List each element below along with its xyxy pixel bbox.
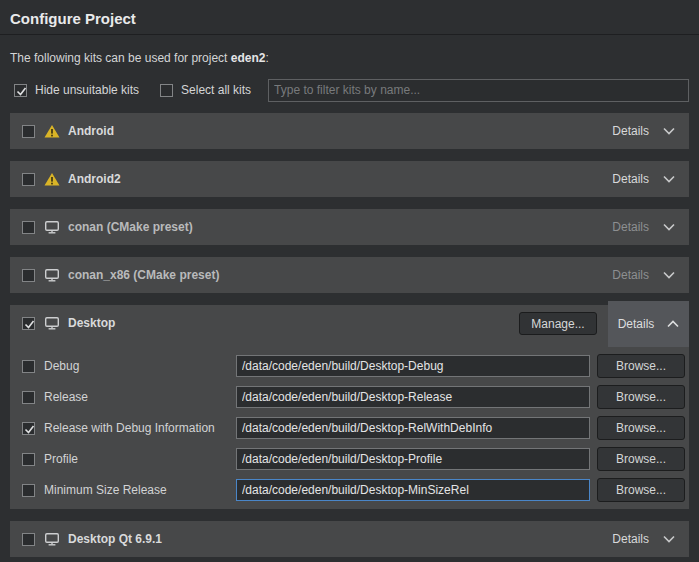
build-config-row-debug: Debug Browse... [22,355,685,377]
browse-button[interactable]: Browse... [597,447,685,471]
desktop-icon [44,268,60,282]
kit-name: Android [68,124,114,138]
config-checkbox[interactable] [22,360,35,373]
hide-unsuitable-checkbox[interactable] [14,84,27,97]
details-button[interactable]: Details [612,532,677,546]
kit-filter-controls: Hide unsuitable kits Select all kits [10,78,689,102]
kit-name: conan (CMake preset) [68,220,193,234]
kit-checkbox[interactable] [22,221,35,234]
build-path-input[interactable] [236,417,590,439]
build-config-row-profile: Profile Browse... [22,448,685,470]
kit-checkbox[interactable] [22,533,35,546]
config-checkbox[interactable] [22,391,35,404]
config-label: Minimum Size Release [44,483,236,497]
config-label: Release [44,390,236,404]
kit-checkbox[interactable] [22,125,35,138]
check-icon [23,423,36,436]
config-checkbox[interactable] [22,484,35,497]
desktop-icon [44,316,60,330]
details-button[interactable]: Details [612,220,677,234]
chevron-down-icon [663,535,675,543]
kit-row-conan-x86: conan_x86 (CMake preset) Details [10,257,689,293]
kit-name: Desktop [68,316,115,330]
chevron-up-icon [667,320,679,328]
kit-checkbox[interactable] [22,173,35,186]
project-name: eden2 [231,51,266,65]
browse-button[interactable]: Browse... [597,385,685,409]
chevron-down-icon [663,271,675,279]
build-path-input[interactable] [236,386,590,408]
kit-row-android2: Android2 Details [10,161,689,197]
subtitle-text: The following kits can be used for proje… [10,51,231,65]
check-icon [23,318,36,331]
details-button[interactable]: Details [612,268,677,282]
kit-name: Desktop Qt 6.9.1 [68,532,162,546]
desktop-icon [44,220,60,234]
select-all-checkbox[interactable] [160,84,173,97]
details-button-expanded[interactable]: Details [608,301,689,347]
page-title: Configure Project [10,10,689,27]
kit-name: conan_x86 (CMake preset) [68,268,219,282]
warning-icon [44,172,60,186]
kit-filter-input[interactable] [268,79,689,102]
build-path-input[interactable] [236,355,590,377]
build-config-row-relwithdebinfo: Release with Debug Information Browse... [22,417,685,439]
kits-subtitle: The following kits can be used for proje… [10,51,689,65]
build-config-row-release: Release Browse... [22,386,685,408]
browse-button[interactable]: Browse... [597,478,685,502]
select-all-label[interactable]: Select all kits [181,83,251,97]
kit-list: Android Details Android2 Details conan (… [10,113,689,557]
hide-unsuitable-group: Hide unsuitable kits [14,83,139,97]
kit-row-conan: conan (CMake preset) Details [10,209,689,245]
kit-section-desktop: Details Desktop Manage... Debug Browse..… [10,305,689,509]
details-button[interactable]: Details [612,124,677,138]
chevron-down-icon [663,175,675,183]
chevron-down-icon [663,223,675,231]
manage-button[interactable]: Manage... [519,312,597,335]
config-label: Debug [44,359,236,373]
config-label: Release with Debug Information [44,421,236,435]
kit-row-desktop-qt: Desktop Qt 6.9.1 Details [10,521,689,557]
config-checkbox[interactable] [22,453,35,466]
kit-checkbox[interactable] [22,269,35,282]
kit-name: Android2 [68,172,121,186]
build-path-input[interactable] [236,448,590,470]
build-config-list: Debug Browse... Release Browse... Releas… [10,341,689,501]
warning-icon [44,124,60,138]
kit-checkbox[interactable] [22,317,35,330]
select-all-group: Select all kits [160,83,251,97]
build-config-row-minsizerel: Minimum Size Release Browse... [22,479,685,501]
check-icon [15,85,28,98]
browse-button[interactable]: Browse... [597,416,685,440]
config-label: Profile [44,452,236,466]
hide-unsuitable-label[interactable]: Hide unsuitable kits [35,83,139,97]
kit-row-android: Android Details [10,113,689,149]
browse-button[interactable]: Browse... [597,354,685,378]
build-path-input-focused[interactable] [236,479,590,501]
page-header: Configure Project [0,0,699,35]
desktop-icon [44,532,60,546]
config-checkbox[interactable] [22,422,35,435]
details-button[interactable]: Details [612,172,677,186]
chevron-down-icon [663,127,675,135]
